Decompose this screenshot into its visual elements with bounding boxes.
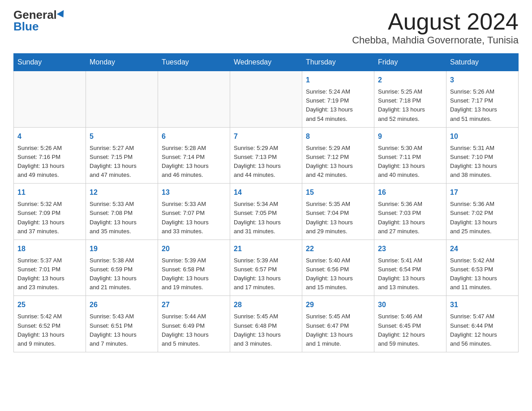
logo-general-text: General	[13, 9, 57, 21]
day-info: Sunrise: 5:43 AM Sunset: 6:51 PM Dayligh…	[90, 312, 154, 348]
calendar-cell: 28Sunrise: 5:45 AM Sunset: 6:48 PM Dayli…	[230, 296, 302, 352]
calendar-cell: 26Sunrise: 5:43 AM Sunset: 6:51 PM Dayli…	[86, 296, 158, 352]
day-number: 27	[162, 300, 226, 310]
day-info: Sunrise: 5:44 AM Sunset: 6:49 PM Dayligh…	[162, 312, 226, 348]
day-info: Sunrise: 5:41 AM Sunset: 6:54 PM Dayligh…	[378, 256, 442, 292]
day-number: 22	[306, 244, 370, 254]
day-number: 26	[90, 300, 154, 310]
calendar-cell: 4Sunrise: 5:26 AM Sunset: 7:16 PM Daylig…	[14, 127, 86, 184]
day-number: 9	[378, 131, 442, 142]
calendar-cell: 30Sunrise: 5:46 AM Sunset: 6:45 PM Dayli…	[374, 296, 446, 352]
day-number: 28	[234, 300, 298, 310]
day-info: Sunrise: 5:26 AM Sunset: 7:17 PM Dayligh…	[450, 87, 515, 124]
day-number: 11	[17, 187, 82, 198]
day-info: Sunrise: 5:42 AM Sunset: 6:52 PM Dayligh…	[17, 312, 82, 348]
calendar-cell: 8Sunrise: 5:29 AM Sunset: 7:12 PM Daylig…	[302, 127, 374, 184]
day-info: Sunrise: 5:28 AM Sunset: 7:14 PM Dayligh…	[162, 144, 226, 180]
day-info: Sunrise: 5:38 AM Sunset: 6:59 PM Dayligh…	[90, 256, 154, 292]
day-info: Sunrise: 5:29 AM Sunset: 7:13 PM Dayligh…	[234, 144, 298, 180]
calendar-cell: 29Sunrise: 5:45 AM Sunset: 6:47 PM Dayli…	[302, 296, 374, 352]
day-info: Sunrise: 5:25 AM Sunset: 7:18 PM Dayligh…	[378, 87, 442, 124]
day-number: 4	[17, 131, 82, 142]
calendar-cell: 22Sunrise: 5:40 AM Sunset: 6:56 PM Dayli…	[302, 240, 374, 296]
day-number: 13	[162, 187, 226, 198]
page-header: General Blue August 2024 Chebba, Mahdia …	[13, 9, 519, 46]
day-info: Sunrise: 5:45 AM Sunset: 6:47 PM Dayligh…	[306, 312, 370, 348]
calendar-cell	[14, 71, 86, 128]
day-header-tuesday: Tuesday	[158, 54, 230, 71]
day-info: Sunrise: 5:33 AM Sunset: 7:08 PM Dayligh…	[90, 200, 154, 236]
day-number: 17	[450, 187, 515, 198]
calendar-table: SundayMondayTuesdayWednesdayThursdayFrid…	[13, 53, 519, 352]
month-title: August 2024	[352, 9, 519, 34]
calendar-cell: 5Sunrise: 5:27 AM Sunset: 7:15 PM Daylig…	[86, 127, 158, 184]
day-number: 21	[234, 244, 298, 254]
day-header-friday: Friday	[374, 54, 446, 71]
day-info: Sunrise: 5:27 AM Sunset: 7:15 PM Dayligh…	[90, 144, 154, 180]
day-number: 23	[378, 244, 442, 254]
day-number: 29	[306, 300, 370, 310]
calendar-cell: 21Sunrise: 5:39 AM Sunset: 6:57 PM Dayli…	[230, 240, 302, 296]
title-area: August 2024 Chebba, Mahdia Governorate, …	[352, 9, 519, 46]
calendar-cell	[230, 71, 302, 128]
calendar-cell: 16Sunrise: 5:36 AM Sunset: 7:03 PM Dayli…	[374, 184, 446, 240]
day-info: Sunrise: 5:32 AM Sunset: 7:09 PM Dayligh…	[17, 200, 82, 236]
calendar-cell: 6Sunrise: 5:28 AM Sunset: 7:14 PM Daylig…	[158, 127, 230, 184]
location-title: Chebba, Mahdia Governorate, Tunisia	[352, 34, 519, 46]
logo-blue-text: Blue	[13, 20, 39, 33]
calendar-cell: 25Sunrise: 5:42 AM Sunset: 6:52 PM Dayli…	[14, 296, 86, 352]
calendar-header-row: SundayMondayTuesdayWednesdayThursdayFrid…	[14, 54, 519, 71]
day-header-thursday: Thursday	[302, 54, 374, 71]
calendar-cell: 15Sunrise: 5:35 AM Sunset: 7:04 PM Dayli…	[302, 184, 374, 240]
day-number: 12	[90, 187, 154, 198]
day-header-wednesday: Wednesday	[230, 54, 302, 71]
day-header-saturday: Saturday	[446, 54, 519, 71]
day-info: Sunrise: 5:39 AM Sunset: 6:58 PM Dayligh…	[162, 256, 226, 292]
calendar-cell: 20Sunrise: 5:39 AM Sunset: 6:58 PM Dayli…	[158, 240, 230, 296]
calendar-cell: 9Sunrise: 5:30 AM Sunset: 7:11 PM Daylig…	[374, 127, 446, 184]
day-info: Sunrise: 5:34 AM Sunset: 7:05 PM Dayligh…	[234, 200, 298, 236]
day-info: Sunrise: 5:39 AM Sunset: 6:57 PM Dayligh…	[234, 256, 298, 292]
calendar-cell: 14Sunrise: 5:34 AM Sunset: 7:05 PM Dayli…	[230, 184, 302, 240]
day-info: Sunrise: 5:36 AM Sunset: 7:02 PM Dayligh…	[450, 200, 515, 236]
calendar-cell: 7Sunrise: 5:29 AM Sunset: 7:13 PM Daylig…	[230, 127, 302, 184]
calendar-cell: 19Sunrise: 5:38 AM Sunset: 6:59 PM Dayli…	[86, 240, 158, 296]
calendar-cell: 23Sunrise: 5:41 AM Sunset: 6:54 PM Dayli…	[374, 240, 446, 296]
calendar-week-row: 25Sunrise: 5:42 AM Sunset: 6:52 PM Dayli…	[14, 296, 519, 352]
calendar-cell: 11Sunrise: 5:32 AM Sunset: 7:09 PM Dayli…	[14, 184, 86, 240]
day-number: 3	[450, 75, 515, 86]
day-header-sunday: Sunday	[14, 54, 86, 71]
day-number: 5	[90, 131, 154, 142]
day-number: 8	[306, 131, 370, 142]
day-number: 16	[378, 187, 442, 198]
day-info: Sunrise: 5:24 AM Sunset: 7:19 PM Dayligh…	[306, 87, 370, 124]
calendar-cell: 27Sunrise: 5:44 AM Sunset: 6:49 PM Dayli…	[158, 296, 230, 352]
calendar-cell: 13Sunrise: 5:33 AM Sunset: 7:07 PM Dayli…	[158, 184, 230, 240]
calendar-cell: 2Sunrise: 5:25 AM Sunset: 7:18 PM Daylig…	[374, 71, 446, 128]
calendar-cell: 1Sunrise: 5:24 AM Sunset: 7:19 PM Daylig…	[302, 71, 374, 128]
day-info: Sunrise: 5:40 AM Sunset: 6:56 PM Dayligh…	[306, 256, 370, 292]
day-number: 10	[450, 131, 515, 142]
day-number: 15	[306, 187, 370, 198]
day-info: Sunrise: 5:31 AM Sunset: 7:10 PM Dayligh…	[450, 144, 515, 180]
day-info: Sunrise: 5:30 AM Sunset: 7:11 PM Dayligh…	[378, 144, 442, 180]
calendar-cell: 18Sunrise: 5:37 AM Sunset: 7:01 PM Dayli…	[14, 240, 86, 296]
day-info: Sunrise: 5:36 AM Sunset: 7:03 PM Dayligh…	[378, 200, 442, 236]
day-header-monday: Monday	[86, 54, 158, 71]
day-number: 24	[450, 244, 515, 254]
day-number: 19	[90, 244, 154, 254]
day-info: Sunrise: 5:45 AM Sunset: 6:48 PM Dayligh…	[234, 312, 298, 348]
day-number: 2	[378, 75, 442, 86]
day-number: 31	[450, 300, 515, 310]
day-info: Sunrise: 5:35 AM Sunset: 7:04 PM Dayligh…	[306, 200, 370, 236]
calendar-week-row: 1Sunrise: 5:24 AM Sunset: 7:19 PM Daylig…	[14, 71, 519, 128]
day-info: Sunrise: 5:29 AM Sunset: 7:12 PM Dayligh…	[306, 144, 370, 180]
calendar-week-row: 11Sunrise: 5:32 AM Sunset: 7:09 PM Dayli…	[14, 184, 519, 240]
logo: General Blue	[13, 9, 66, 32]
day-info: Sunrise: 5:42 AM Sunset: 6:53 PM Dayligh…	[450, 256, 515, 292]
calendar-cell: 10Sunrise: 5:31 AM Sunset: 7:10 PM Dayli…	[446, 127, 519, 184]
day-number: 14	[234, 187, 298, 198]
day-number: 30	[378, 300, 442, 310]
calendar-cell: 31Sunrise: 5:47 AM Sunset: 6:44 PM Dayli…	[446, 296, 519, 352]
day-number: 1	[306, 75, 370, 86]
